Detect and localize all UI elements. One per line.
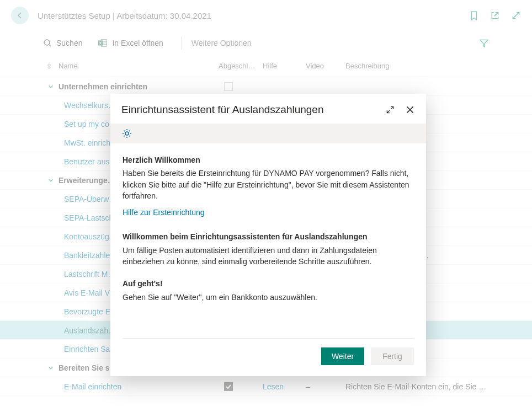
- go-heading: Auf geht's!: [123, 278, 414, 289]
- wizard-text: Um fällige Posten automatisiert identifi…: [123, 245, 414, 267]
- svg-point-6: [125, 132, 129, 135]
- modal-expand-button[interactable]: [385, 105, 395, 115]
- modal-footer: Weiter Fertig: [110, 339, 426, 376]
- gear-icon: [121, 128, 132, 139]
- welcome-heading: Herzlich Willkommen: [123, 154, 414, 165]
- modal-ribbon: [110, 124, 426, 143]
- modal-header: Einrichtunsassistent für Auslandszahlung…: [110, 94, 426, 124]
- wizard-heading: Willkommen beim Einrichtungsassistenten …: [123, 231, 414, 242]
- next-button[interactable]: Weiter: [321, 347, 364, 365]
- modal-body: Herzlich Willkommen Haben Sie bereits di…: [110, 143, 426, 330]
- setup-wizard-modal: Einrichtunsassistent für Auslandszahlung…: [110, 94, 426, 376]
- modal-title: Einrichtunsassistent für Auslandszahlung…: [121, 104, 324, 116]
- modal-close-button[interactable]: [405, 105, 415, 115]
- expand-diagonal-icon: [385, 105, 395, 115]
- welcome-text: Haben Sie bereits die Ersteinrichtung fü…: [123, 168, 414, 201]
- close-icon: [405, 105, 415, 115]
- done-button: Fertig: [371, 347, 414, 365]
- go-text: Gehen Sie auf "Weiter", um ein Bankkonto…: [123, 292, 414, 303]
- help-setup-link[interactable]: Hilfe zur Ersteinrichtung: [123, 207, 414, 218]
